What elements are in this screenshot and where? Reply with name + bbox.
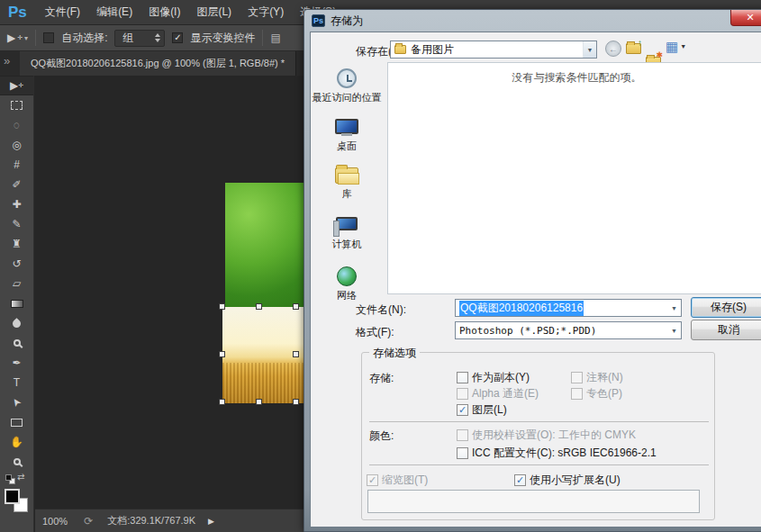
folder-icon — [394, 45, 406, 54]
save-in-dropdown[interactable]: 备用图片 ▼ — [390, 41, 597, 59]
dialog-title-bar[interactable]: Ps 存储为 — [304, 10, 761, 32]
views-menu-button[interactable]: ▦ ▼ — [666, 40, 686, 53]
spot-checkbox — [571, 388, 583, 400]
status-refresh-icon[interactable]: ⟳ — [84, 515, 93, 527]
group-title: 存储选项 — [369, 346, 420, 361]
filename-input[interactable]: QQ截图20180206125816 ▼ — [455, 299, 682, 317]
lasso-tool[interactable]: ◌ — [0, 115, 33, 135]
foreground-color-swatch[interactable] — [5, 489, 20, 504]
auto-select-checkbox[interactable] — [43, 32, 54, 43]
cancel-button[interactable]: 取消 — [691, 320, 761, 340]
eraser-tool[interactable]: ▱ — [0, 274, 33, 293]
pen-tool[interactable]: ✒ — [0, 353, 33, 373]
place-label: 网络 — [311, 289, 383, 302]
gradient-icon — [11, 300, 23, 308]
history-brush-tool[interactable]: ↺ — [0, 254, 33, 274]
quick-selection-tool[interactable]: ◎ — [0, 135, 33, 155]
place-desktop[interactable]: 桌面 — [311, 119, 383, 153]
format-dropdown[interactable]: Photoshop (*.PSD;*.PDD) ▼ — [455, 321, 682, 339]
auto-select-scope-dropdown[interactable]: 组 — [114, 30, 165, 47]
dialog-title: 存储为 — [331, 14, 363, 29]
save-button[interactable]: 保存(S) — [691, 297, 761, 318]
show-transform-checkbox[interactable]: ✓ — [172, 32, 183, 43]
proof-option: 使用校样设置(O): 工作中的 CMYK — [457, 428, 636, 443]
photoshop-mini-icon: Ps — [312, 14, 325, 27]
annotations-label: 注释(N) — [586, 370, 623, 385]
transform-handle[interactable] — [293, 351, 299, 357]
crop-tool[interactable]: # — [0, 155, 33, 175]
place-recent[interactable]: 最近访问的位置 — [311, 68, 383, 104]
as-copy-checkbox[interactable] — [457, 372, 468, 383]
format-value: Photoshop (*.PSD;*.PDD) — [459, 325, 667, 337]
icc-label: ICC 配置文件(C): sRGB IEC61966-2.1 — [472, 446, 657, 461]
zoom-tool[interactable] — [0, 452, 33, 472]
dropdown-arrow-icon[interactable]: ▼ — [583, 41, 596, 58]
clone-stamp-tool[interactable]: ♜ — [0, 234, 33, 254]
transform-handle[interactable] — [219, 351, 225, 357]
gradient-tool[interactable] — [0, 293, 33, 313]
crop-icon: # — [14, 158, 20, 171]
back-button[interactable]: ← — [605, 41, 621, 57]
transform-handle[interactable] — [219, 303, 225, 310]
place-libraries[interactable]: 库 — [311, 167, 383, 201]
thumbnail-checkbox: ✓ — [367, 474, 378, 486]
lowercase-checkbox[interactable]: ✓ — [514, 474, 526, 486]
dropdown-arrow-icon[interactable]: ▼ — [667, 322, 681, 338]
icc-option[interactable]: ICC 配置文件(C): sRGB IEC61966-2.1 — [457, 446, 657, 461]
canvas-image-wheat[interactable] — [222, 307, 303, 403]
menu-edit[interactable]: 编辑(E) — [88, 5, 140, 20]
close-button[interactable]: ✕ — [730, 10, 761, 26]
hand-tool[interactable]: ✋ — [0, 432, 33, 452]
document-tab[interactable]: QQ截图20180206125816.jpg @ 100% (图层 1, RGB… — [20, 51, 296, 76]
transform-handle[interactable] — [293, 303, 299, 310]
alpha-option: Alpha 通道(E) — [457, 386, 539, 401]
annotations-option: 注释(N) — [571, 370, 623, 385]
save-options-group: 存储选项 存储: 作为副本(Y) 注释(N) Alpha 通道(E) 专色(P)… — [361, 352, 715, 520]
transform-handle[interactable] — [256, 399, 262, 405]
transform-handle[interactable] — [256, 303, 262, 310]
zoom-level[interactable]: 100% — [42, 516, 68, 527]
save-in-value: 备用图片 — [411, 42, 583, 58]
menu-image[interactable]: 图像(I) — [140, 5, 188, 20]
dodge-tool[interactable] — [0, 333, 33, 353]
dropdown-arrow-icon[interactable]: ▼ — [667, 300, 681, 316]
type-tool[interactable]: T — [0, 373, 33, 392]
lowercase-option[interactable]: ✓ 使用小写扩展名(U) — [514, 473, 621, 488]
color-row-label: 颜色: — [369, 428, 394, 444]
shape-tool[interactable] — [0, 412, 33, 432]
place-network[interactable]: 网络 — [311, 266, 383, 302]
icc-checkbox[interactable] — [457, 447, 468, 459]
layers-checkbox[interactable]: ✓ — [457, 404, 468, 416]
menu-file[interactable]: 文件(F) — [37, 5, 88, 20]
computer-icon — [336, 217, 358, 230]
blur-tool[interactable] — [0, 313, 33, 333]
desktop-icon — [335, 119, 358, 134]
quick-selection-icon: ◎ — [12, 139, 21, 151]
up-one-level-button[interactable]: ↑ — [626, 43, 641, 54]
transform-handle[interactable] — [293, 399, 299, 405]
as-copy-option[interactable]: 作为副本(Y) — [457, 370, 530, 385]
tools-panel: ▶✛ ◌ ◎ # ✐ ✚ ✎ ♜ ↺ ▱ ✒ T ➤ ✋ ⇄ — [0, 76, 34, 532]
transform-handle[interactable] — [219, 399, 225, 405]
filename-value: QQ截图20180206125816 — [459, 301, 584, 316]
place-label: 桌面 — [311, 140, 383, 153]
brush-icon: ✎ — [12, 218, 21, 230]
place-computer[interactable]: 计算机 — [311, 217, 383, 251]
status-menu-arrow-icon[interactable]: ▶ — [208, 517, 214, 526]
path-selection-tool[interactable]: ➤ — [0, 392, 33, 412]
move-tool-preset[interactable]: ▶✛ ▾ — [7, 32, 28, 44]
brush-tool[interactable]: ✎ — [0, 214, 33, 234]
move-tool[interactable]: ▶✛ — [0, 76, 33, 95]
file-list[interactable]: 没有与搜索条件匹配的项。 — [387, 62, 761, 294]
document-size-info: 文档:329.1K/767.9K — [107, 514, 195, 527]
marquee-tool[interactable] — [0, 95, 33, 115]
menu-type[interactable]: 文字(Y) — [240, 5, 292, 20]
format-label: 格式(F): — [356, 325, 394, 340]
menu-layer[interactable]: 图层(L) — [188, 5, 240, 20]
eyedropper-tool[interactable]: ✐ — [0, 175, 33, 194]
layers-option[interactable]: ✓ 图层(L) — [457, 402, 507, 418]
divider — [262, 30, 263, 46]
healing-brush-tool[interactable]: ✚ — [0, 194, 33, 214]
collapse-panels-icon[interactable]: » — [4, 54, 10, 68]
swap-colors-row[interactable]: ⇄ — [0, 472, 33, 486]
